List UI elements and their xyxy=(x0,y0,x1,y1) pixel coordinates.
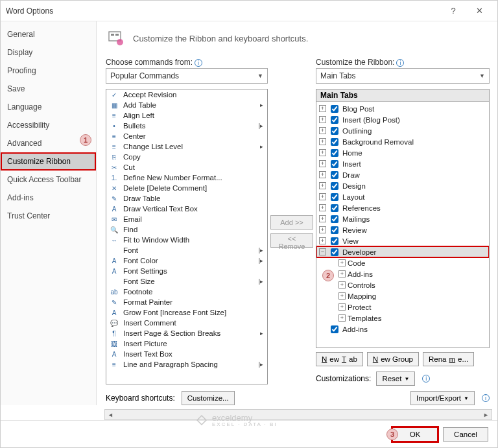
tab-checkbox[interactable] xyxy=(331,105,338,113)
commands-listbox[interactable]: ✓Accept Revision▦Add Table▸≡Align Left•B… xyxy=(106,89,268,384)
command-item[interactable]: ≡Line and Paragraph Spacing|▸ xyxy=(106,359,267,370)
tab-checkbox[interactable] xyxy=(331,215,338,223)
add-button[interactable]: Add >> xyxy=(270,215,313,230)
command-item[interactable]: abFootnote xyxy=(106,287,267,297)
command-item[interactable]: Font Size|▸ xyxy=(106,276,267,287)
expand-icon[interactable]: + xyxy=(319,237,326,244)
cancel-button[interactable]: Cancel xyxy=(443,427,488,442)
remove-button[interactable]: << Remove xyxy=(270,233,313,248)
tree-row[interactable]: +Templates xyxy=(316,312,489,324)
sidebar-item-add-ins[interactable]: Add-ins xyxy=(1,189,96,207)
info-icon[interactable]: i xyxy=(195,59,202,67)
tree-row[interactable]: +Home xyxy=(316,147,489,158)
expand-icon[interactable]: + xyxy=(319,105,326,112)
info-icon[interactable]: i xyxy=(396,59,404,67)
command-item[interactable]: ✓Accept Revision xyxy=(106,89,267,100)
ok-button[interactable]: OK xyxy=(392,427,438,442)
tree-row[interactable]: +Outlining xyxy=(316,125,489,136)
command-item[interactable]: ⎘Copy xyxy=(106,152,267,162)
new-tab-button[interactable]: New Tab xyxy=(316,352,363,366)
expand-icon[interactable]: + xyxy=(319,182,326,189)
command-item[interactable]: 🔍Find xyxy=(106,224,267,235)
tabs-tree[interactable]: Main Tabs +Blog Post+Insert (Blog Post)+… xyxy=(316,89,490,348)
command-item[interactable]: 🖼Insert Picture xyxy=(106,338,267,349)
sidebar-item-language[interactable]: Language xyxy=(1,98,96,116)
command-item[interactable]: ≡Change List Level▸ xyxy=(106,141,267,152)
choose-commands-dropdown[interactable]: Popular Commands▼ xyxy=(106,68,268,84)
command-item[interactable]: 1.Define New Number Format... xyxy=(106,172,267,183)
sidebar-item-trust-center[interactable]: Trust Center xyxy=(1,207,96,225)
expand-icon[interactable]: + xyxy=(319,127,326,134)
expand-icon[interactable]: + xyxy=(338,281,346,289)
command-item[interactable]: ▦Add Table▸ xyxy=(106,100,267,110)
tree-row[interactable]: +Insert xyxy=(316,158,489,169)
tree-row[interactable]: +References xyxy=(316,202,489,213)
expand-icon[interactable]: + xyxy=(319,171,326,178)
import-export-button[interactable]: Import/Export ▼ xyxy=(410,391,475,405)
tab-checkbox[interactable] xyxy=(331,325,338,333)
expand-icon[interactable]: + xyxy=(319,138,326,145)
customize-ribbon-dropdown[interactable]: Main Tabs▼ xyxy=(316,68,490,84)
command-item[interactable]: AInsert Text Box xyxy=(106,349,267,359)
help-button[interactable]: ? xyxy=(440,6,466,16)
expand-icon[interactable]: + xyxy=(319,193,326,200)
sidebar-item-display[interactable]: Display xyxy=(1,43,96,62)
sidebar-item-proofing[interactable]: Proofing xyxy=(1,62,96,80)
tab-checkbox[interactable] xyxy=(331,138,338,146)
command-item[interactable]: •Bullets|▸ xyxy=(106,121,267,131)
command-item[interactable]: ✎Draw Table xyxy=(106,193,267,204)
tree-row[interactable]: +Mailings xyxy=(316,213,489,224)
command-item[interactable]: ≡Align Left xyxy=(106,110,267,121)
expand-icon[interactable]: + xyxy=(338,303,346,311)
expand-icon[interactable]: + xyxy=(319,226,326,233)
tab-checkbox[interactable] xyxy=(331,248,338,256)
reset-button[interactable]: Reset ▼ xyxy=(376,371,415,386)
expand-icon[interactable]: + xyxy=(338,292,346,300)
sidebar-item-accessibility[interactable]: Accessibility xyxy=(1,116,96,134)
tree-row[interactable]: +Mapping xyxy=(316,290,489,301)
expand-icon[interactable]: + xyxy=(319,204,326,211)
expand-icon[interactable]: + xyxy=(319,160,326,167)
sidebar-item-quick-access-toolbar[interactable]: Quick Access Toolbar xyxy=(1,171,96,189)
scroll-right-icon[interactable]: ► xyxy=(480,412,492,418)
sidebar-item-general[interactable]: General xyxy=(1,25,96,43)
command-item[interactable]: 💬Insert Comment xyxy=(106,318,267,328)
command-item[interactable]: ✕Delete [Delete Comment] xyxy=(106,183,267,193)
tab-checkbox[interactable] xyxy=(331,182,338,190)
expand-icon[interactable]: + xyxy=(338,314,346,322)
command-item[interactable]: Font|▸ xyxy=(106,245,267,255)
info-icon[interactable]: i xyxy=(422,375,430,383)
command-item[interactable]: ✉Email xyxy=(106,214,267,224)
customize-button[interactable]: Customize... xyxy=(182,391,235,405)
command-item[interactable]: ADraw Vertical Text Box xyxy=(106,204,267,214)
collapse-icon[interactable]: − xyxy=(319,248,326,255)
tab-checkbox[interactable] xyxy=(331,116,338,124)
close-button[interactable]: ✕ xyxy=(466,6,492,16)
tree-row[interactable]: +View xyxy=(316,235,489,246)
expand-icon[interactable]: + xyxy=(319,149,326,156)
tree-row[interactable]: +Controls xyxy=(316,279,489,290)
tree-row[interactable]: +Layout xyxy=(316,191,489,202)
command-item[interactable]: ≡Center xyxy=(106,131,267,141)
sidebar-item-customize-ribbon[interactable]: Customize Ribbon xyxy=(1,152,96,171)
tree-row[interactable]: +Review xyxy=(316,224,489,235)
command-item[interactable]: AFont Color|▸ xyxy=(106,255,267,266)
tree-row[interactable]: +Code xyxy=(316,257,489,268)
tree-row[interactable]: +Add-ins xyxy=(316,268,489,279)
sidebar-item-save[interactable]: Save xyxy=(1,80,96,98)
tree-row[interactable]: +Draw xyxy=(316,169,489,180)
command-item[interactable]: ↔Fit to Window Width xyxy=(106,235,267,245)
scroll-left-icon[interactable]: ◄ xyxy=(105,412,116,418)
horizontal-scrollbar[interactable]: ◄ ► xyxy=(104,409,492,420)
tree-row[interactable]: +Background Removal xyxy=(316,136,489,147)
tab-checkbox[interactable] xyxy=(331,204,338,212)
command-item[interactable]: ✂Cut xyxy=(106,162,267,172)
command-item[interactable]: AGrow Font [Increase Font Size] xyxy=(106,307,267,318)
tree-row[interactable]: +Design xyxy=(316,180,489,191)
tree-row[interactable]: +Blog Post xyxy=(316,103,489,114)
command-item[interactable]: ✎Format Painter xyxy=(106,297,267,307)
expand-icon[interactable]: + xyxy=(338,270,346,277)
command-item[interactable]: AFont Settings xyxy=(106,266,267,276)
expand-icon[interactable]: + xyxy=(338,259,346,266)
tab-checkbox[interactable] xyxy=(331,171,338,179)
